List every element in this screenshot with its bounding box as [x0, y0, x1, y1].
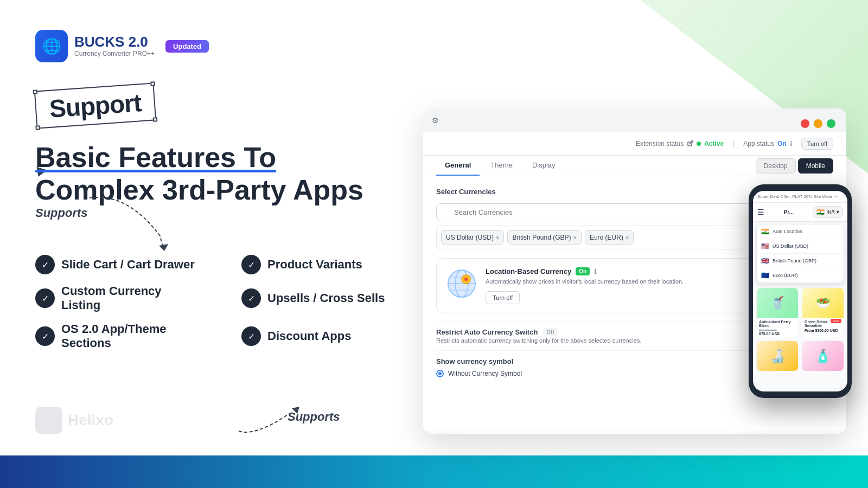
helixo-text: Helixo	[68, 412, 113, 429]
phone-currency-badge[interactable]: 🇮🇳 INR ▾	[813, 206, 843, 218]
logo-title: BUCKS 2.0	[74, 35, 155, 49]
restrict-off-badge: Off	[543, 328, 557, 336]
logo-text: BUCKS 2.0 Currency Converter PRO++	[74, 35, 155, 57]
restrict-row-header: Restrict Auto Currency Switch Off	[436, 328, 641, 336]
external-link-icon	[687, 140, 693, 147]
restrict-row-left: Restrict Auto Currency Switch Off Restri…	[436, 328, 641, 344]
dashed-arrow-bottom	[233, 404, 304, 436]
status-active-label: Active	[704, 140, 724, 147]
window-close-dot[interactable]	[801, 119, 809, 128]
currency-tag-label: US Dollar (USD)	[446, 234, 494, 241]
phone-logo: Pr...	[784, 209, 794, 215]
dropdown-item-label: Auto Location	[773, 229, 802, 234]
tab-theme[interactable]: Theme	[482, 156, 521, 176]
feature-text: Discount Apps	[267, 329, 351, 343]
tag-remove-gbp[interactable]: ×	[573, 234, 577, 241]
phone-product-price: $75.00 USD	[759, 332, 796, 336]
phone-product-image: 🥤	[757, 288, 798, 318]
currency-tag-label: Euro (EUR)	[590, 234, 623, 241]
helixo-icon	[35, 407, 62, 434]
restrict-label: Restrict Auto Currency Switch	[436, 328, 538, 336]
currency-tag-eur: Euro (EUR) ×	[585, 230, 634, 245]
handle-bl	[35, 125, 40, 130]
feature-check-icon: ✓	[35, 255, 55, 274]
phone-bottle-card: 🍶	[756, 341, 799, 371]
view-desktop-button[interactable]: Desktop	[756, 158, 796, 174]
browser-favicon-icon: ⚙	[432, 116, 441, 125]
phone-dropdown-item[interactable]: 🇬🇧British Pound (GBP)	[757, 254, 844, 268]
dropdown-flag-icon: 🇺🇸	[761, 242, 769, 250]
feature-text: Slide Cart / Cart Drawer	[61, 258, 195, 272]
support-stamp: Support	[35, 87, 155, 125]
phone-products-bottom: 🍶🧴	[753, 341, 847, 375]
handle-tr	[150, 81, 155, 86]
phone-dropdown-item[interactable]: 🇪🇺Euro (EUR)	[757, 268, 844, 282]
dropdown-flag-icon: 🇪🇺	[761, 272, 769, 279]
tabs-bar: General Theme Display Desktop Mobile	[423, 156, 846, 176]
view-mobile-button[interactable]: Mobile	[798, 158, 833, 174]
tag-remove-eur[interactable]: ×	[626, 234, 629, 241]
india-flag-icon: 🇮🇳	[816, 208, 825, 216]
app-status-label: App status	[743, 140, 774, 147]
globe-icon	[445, 267, 478, 300]
supports-label-top: Supports	[35, 206, 88, 220]
ext-divider: |	[732, 139, 735, 149]
currency-tag-gbp: British Pound (GBP) ×	[507, 230, 581, 245]
location-turn-off-button[interactable]: Turn off	[486, 291, 520, 304]
dropdown-item-label: US Dollar (USD)	[773, 243, 808, 249]
app-status: App status On ℹ	[743, 140, 792, 147]
location-on-badge: On	[576, 267, 590, 275]
phone-screen: Super Deal Offer: FLAT 20% Site Wide → ☰…	[753, 191, 847, 391]
feature-item: ✓ Custom Currency Listing	[35, 284, 198, 312]
feature-check-icon: ✓	[35, 326, 55, 346]
dropdown-item-label: British Pound (GBP)	[773, 258, 816, 264]
phone-dropdown-item[interactable]: 🇺🇸US Dollar (USD)	[757, 239, 844, 254]
location-info-icon[interactable]: ℹ	[594, 268, 597, 275]
phone-product-card: 🥗 Sale Green Detox Smoothie From $300.00…	[802, 287, 844, 338]
handle-tl	[33, 89, 38, 94]
feature-check-icon: ✓	[241, 255, 261, 274]
feature-text: Upsells / Cross Sells	[267, 291, 385, 305]
restrict-desc: Restricts automatic currency switching o…	[436, 337, 641, 344]
radio-dot[interactable]	[436, 370, 444, 377]
window-maximize-dot[interactable]	[827, 119, 835, 128]
window-minimize-dot[interactable]	[814, 119, 822, 128]
extension-header: Extension status Active | App status On …	[423, 132, 846, 156]
phone-currency-dropdown: 🇮🇳Auto Location🇺🇸US Dollar (USD)🇬🇧Britis…	[756, 224, 844, 283]
app-status-info-icon[interactable]: ℹ	[790, 140, 793, 147]
bottle-image: 🧴	[802, 341, 844, 371]
app-status-on-label: On	[777, 140, 787, 147]
feature-check-icon: ✓	[241, 288, 261, 308]
logo-area: 🌐 BUCKS 2.0 Currency Converter PRO++ Upd…	[35, 30, 209, 62]
select-currencies-label: Select Currencies	[436, 188, 496, 196]
turn-off-button[interactable]: Turn off	[801, 138, 833, 150]
radio-dot-inner	[438, 372, 442, 375]
location-currency-title-text: Location-Based Currency	[486, 267, 571, 275]
phone-dropdown-item[interactable]: 🇮🇳Auto Location	[757, 224, 844, 239]
dropdown-flag-icon: 🇬🇧	[761, 257, 769, 265]
tab-display[interactable]: Display	[524, 156, 564, 176]
tag-remove-usd[interactable]: ×	[496, 234, 499, 241]
feature-text: Custom Currency Listing	[61, 284, 198, 312]
helixo-watermark: Helixo	[35, 407, 113, 434]
logo-badge: Updated	[165, 40, 209, 53]
support-stamp-inner: Support	[34, 82, 157, 129]
logo-icon: 🌐	[35, 30, 68, 62]
extension-status-label: Extension status	[636, 140, 684, 147]
tab-general[interactable]: General	[436, 156, 480, 176]
heading-underline: Basic Features To	[35, 141, 276, 174]
feature-item: ✓ Slide Cart / Cart Drawer	[35, 255, 198, 274]
handle-br	[153, 117, 158, 122]
phone-product-info: Sale Green Detox Smoothie From $300.00 U…	[802, 318, 844, 335]
dropdown-flag-icon: 🇮🇳	[761, 228, 769, 235]
currency-tag-label: British Pound (GBP)	[512, 234, 571, 241]
feature-check-icon: ✓	[35, 288, 55, 308]
svg-point-8	[464, 278, 468, 281]
support-stamp-text: Support	[48, 88, 142, 123]
phone-product-info: Antioxidant Berry Blend $98.99 USD $75.0…	[757, 318, 798, 338]
bg-blue-bar	[0, 455, 868, 488]
bottle-image: 🍶	[757, 341, 798, 371]
currency-inr-label: INR	[826, 209, 835, 215]
phone-product-name: Antioxidant Berry Blend	[759, 320, 796, 328]
dashed-arrow-top	[84, 192, 182, 263]
